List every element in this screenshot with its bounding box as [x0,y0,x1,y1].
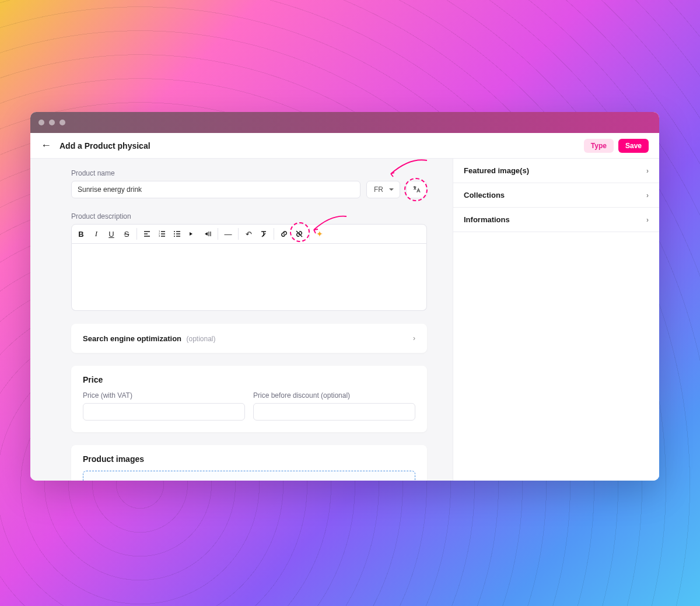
toolbar-divider [309,228,310,240]
window-dot-min[interactable] [49,120,55,125]
svg-text:3: 3 [159,234,160,237]
price-section: Price Price (with VAT) Price before disc… [71,366,427,432]
toolbar-divider [274,228,274,240]
window-dot-max[interactable] [60,120,65,125]
language-select[interactable]: FR [366,181,400,198]
chevron-right-icon: › [646,167,649,175]
clear-format-button[interactable] [257,227,271,241]
images-heading: Product images [83,454,415,464]
app-window: ← Add a Product physical Type Save Produ… [30,112,659,481]
hr-button[interactable]: — [221,227,235,241]
window-titlebar [30,112,659,133]
seo-title: Search engine optimization [83,334,181,343]
seo-optional-label: (optional) [186,335,215,343]
toolbar-divider [136,228,137,240]
align-button[interactable] [140,227,154,241]
svg-point-3 [174,231,175,232]
seo-section[interactable]: Search engine optimization (optional) › [71,324,427,353]
bold-button[interactable]: B [74,227,88,241]
translate-icon [412,185,421,194]
page-title: Add a Product physical [60,141,150,150]
chevron-right-icon: › [646,216,649,224]
underline-button[interactable]: U [104,227,118,241]
product-name-label: Product name [71,169,360,177]
unordered-list-button[interactable] [170,227,184,241]
sidebar-item-featured-images[interactable]: Featured image(s) › [453,159,659,183]
save-button[interactable]: Save [618,139,649,153]
images-section: Product images [71,445,427,481]
window-dot-close[interactable] [38,120,44,125]
product-desc-label: Product description [71,212,427,220]
image-dropzone[interactable] [83,471,415,481]
main-column: Product name FR Product descript [30,159,453,481]
svg-point-5 [174,236,175,237]
chevron-right-icon: › [413,334,415,342]
sidebar-item-informations[interactable]: Informations › [453,208,659,232]
side-column: Featured image(s) › Collections › Inform… [453,159,659,481]
ai-sparkle-button[interactable]: ✦ [313,227,327,241]
toolbar-divider [238,228,239,240]
sidebar-item-label: Collections [464,191,505,199]
sidebar-item-collections[interactable]: Collections › [453,183,659,208]
description-editor[interactable] [71,244,427,311]
product-name-input[interactable] [71,181,360,198]
chevron-right-icon: › [646,191,649,199]
link-button[interactable] [277,227,291,241]
back-arrow-icon[interactable]: ← [41,139,51,152]
svg-point-4 [174,233,175,234]
price-vat-input[interactable] [83,403,245,421]
price-heading: Price [83,375,415,384]
indent-button[interactable] [186,227,200,241]
price-before-input[interactable] [253,403,415,421]
translate-button[interactable] [406,181,427,198]
price-vat-label: Price (with VAT) [83,391,245,400]
undo-button[interactable]: ↶ [242,227,256,241]
italic-button[interactable]: I [89,227,103,241]
page-header: ← Add a Product physical Type Save [30,133,659,159]
sidebar-item-label: Informations [464,215,510,224]
unlink-button[interactable] [292,227,306,241]
strike-button[interactable]: S [120,227,134,241]
outdent-button[interactable] [201,227,215,241]
toolbar-divider [218,228,218,240]
editor-toolbar: B I U S 123 — ↶ [71,224,427,244]
type-button[interactable]: Type [584,139,614,153]
sidebar-item-label: Featured image(s) [464,166,529,175]
price-before-label: Price before discount (optional) [253,391,415,400]
ordered-list-button[interactable]: 123 [155,227,169,241]
language-value: FR [374,185,383,194]
